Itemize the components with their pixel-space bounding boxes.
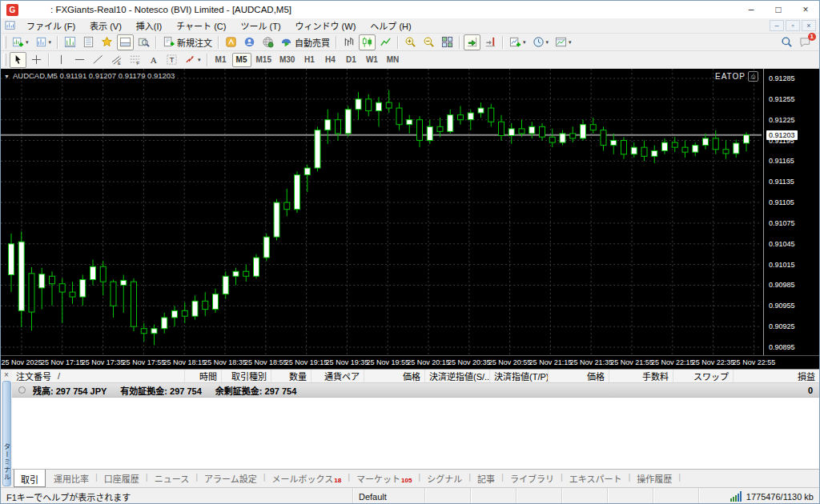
menu-tools[interactable]: ツール (T) <box>233 18 287 33</box>
data-window-button[interactable] <box>80 34 97 50</box>
status-connection[interactable]: 1775476/1130 kb <box>699 488 819 504</box>
tab-signals[interactable]: シグナル <box>420 470 468 487</box>
col-commission[interactable]: 手数料 <box>609 370 673 382</box>
ea-smiley-icon[interactable]: ☺ <box>748 71 758 82</box>
trendline-button[interactable] <box>90 52 107 68</box>
col-volume[interactable]: 数量 <box>271 370 312 382</box>
mdi-close-button[interactable]: × <box>802 20 816 31</box>
text-label-button[interactable]: T <box>163 52 180 68</box>
mdi-restore-button[interactable]: ▫ <box>786 20 800 31</box>
tab-news[interactable]: ニュース <box>148 470 195 487</box>
terminal-close-icon[interactable]: × <box>4 370 9 380</box>
chart-plot[interactable]: ▼AUDCAD,M5 0.91191 0.91207 0.91179 0.912… <box>1 69 763 355</box>
timeframe-w1-button[interactable]: W1 <box>362 53 381 67</box>
timeframe-m15-button[interactable]: M15 <box>253 53 275 67</box>
tab-mailbox[interactable]: メールボックス18 <box>266 470 348 487</box>
time-axis[interactable]: 25 Nov 202525 Nov 17:1525 Nov 17:3525 No… <box>1 355 819 369</box>
maximize-button[interactable]: □ <box>765 1 792 18</box>
metaeditor-button[interactable] <box>223 34 239 50</box>
menu-window[interactable]: ウィンドウ (W) <box>288 18 364 33</box>
vertical-line-button[interactable] <box>53 52 70 68</box>
menu-file[interactable]: ファイル (F) <box>19 18 82 33</box>
fibonacci-button[interactable]: F <box>127 52 143 68</box>
mdi-minimize-button[interactable]: – <box>770 20 784 31</box>
community-button[interactable] <box>241 34 258 50</box>
col-price-current[interactable]: 価格 <box>549 370 609 382</box>
candlestick-chart[interactable] <box>1 69 762 355</box>
line-chart-button[interactable] <box>377 34 394 50</box>
timeframe-h4-button[interactable]: H4 <box>320 53 340 67</box>
candlestick-chart-button[interactable] <box>359 34 376 50</box>
menu-help[interactable]: ヘルプ (H) <box>363 18 418 33</box>
zoom-in-button[interactable] <box>402 34 419 50</box>
indicators-button[interactable]: ▾ <box>507 34 529 50</box>
tab-alerts[interactable]: アラーム設定 <box>198 470 263 487</box>
text-button[interactable]: A <box>145 52 162 68</box>
status-profile[interactable]: Default <box>353 488 425 504</box>
timeframe-m30-button[interactable]: M30 <box>276 53 298 67</box>
tab-journal[interactable]: 操作履歴 <box>630 470 678 487</box>
timeframe-h1-button[interactable]: H1 <box>299 53 319 67</box>
terminal-button[interactable] <box>117 34 134 50</box>
orders-table-body[interactable] <box>12 398 819 469</box>
notifications-button[interactable]: 1 <box>797 34 814 50</box>
toolbar-grip[interactable] <box>3 36 6 49</box>
crosshair-button[interactable] <box>28 52 45 68</box>
equidistant-channel-button[interactable]: E <box>108 52 125 68</box>
dropdown-arrow-icon[interactable]: ▾ <box>523 39 526 46</box>
close-button[interactable]: × <box>792 1 819 18</box>
collapse-chart-icon[interactable]: ▼ <box>4 74 10 79</box>
sort-indicator-icon[interactable]: / <box>58 371 60 381</box>
templates-button[interactable]: ▾ <box>553 34 574 50</box>
profiles-button[interactable]: ▾ <box>33 34 54 50</box>
menu-view[interactable]: 表示 (V) <box>82 18 129 33</box>
bar-chart-button[interactable] <box>340 34 357 50</box>
dropdown-arrow-icon[interactable]: ▾ <box>198 57 201 63</box>
dropdown-arrow-icon[interactable]: ▾ <box>26 39 29 46</box>
tab-trade[interactable]: 取引 <box>14 470 46 487</box>
mql5-website-button[interactable] <box>259 34 276 50</box>
search-button[interactable] <box>778 34 795 50</box>
timeframe-mn-button[interactable]: MN <box>383 53 402 67</box>
tab-experts[interactable]: エキスパート <box>563 470 629 487</box>
tile-windows-button[interactable] <box>439 34 456 50</box>
timeframe-d1-button[interactable]: D1 <box>341 53 360 67</box>
col-time[interactable]: 時間 <box>185 370 222 382</box>
tab-exposure[interactable]: 運用比率 <box>47 470 95 487</box>
col-price-open[interactable]: 価格 <box>364 370 425 382</box>
col-swap[interactable]: スワップ <box>673 370 734 382</box>
timeframe-m5-button[interactable]: M5 <box>232 53 251 67</box>
auto-trading-button[interactable]: 自動売買 <box>278 34 332 50</box>
cursor-button[interactable] <box>10 52 26 68</box>
price-axis[interactable]: 0.912850.912550.912250.911950.911650.911… <box>763 69 819 355</box>
col-type[interactable]: 取引種別 <box>222 370 271 382</box>
menu-charts[interactable]: チャート (C) <box>169 18 233 33</box>
horizontal-line-button[interactable] <box>71 52 88 68</box>
dropdown-arrow-icon[interactable]: ▾ <box>49 39 52 46</box>
dropdown-arrow-icon[interactable]: ▾ <box>546 39 549 46</box>
auto-scroll-button[interactable] <box>464 34 480 50</box>
timeframe-m1-button[interactable]: M1 <box>211 53 231 67</box>
col-sl[interactable]: 決済逆指値(S/... <box>425 370 490 382</box>
col-symbol[interactable]: 通貨ペア <box>312 370 364 382</box>
minimize-button[interactable]: – <box>738 1 765 18</box>
chart-shift-button[interactable] <box>482 34 499 50</box>
new-chart-button[interactable]: ▾ <box>10 34 31 50</box>
new-order-button[interactable]: 新規注文 <box>160 34 215 50</box>
terminal-side-strip[interactable]: ターミナル <box>2 381 11 486</box>
tab-market[interactable]: マーケット105 <box>350 470 418 487</box>
toolbar-grip[interactable] <box>3 54 6 66</box>
col-order[interactable]: 注文番号/ <box>12 370 185 382</box>
tab-library[interactable]: ライブラリ <box>504 470 561 487</box>
col-profit[interactable]: 損益 <box>734 370 819 382</box>
arrows-button[interactable]: ▾ <box>182 52 203 68</box>
strategy-tester-button[interactable] <box>135 34 152 50</box>
zoom-out-button[interactable] <box>420 34 437 50</box>
market-watch-button[interactable] <box>62 34 78 50</box>
tab-account-history[interactable]: 口座履歴 <box>98 470 146 487</box>
navigator-button[interactable] <box>98 34 115 50</box>
tab-articles[interactable]: 記事 <box>471 470 501 487</box>
periods-button[interactable]: ▾ <box>530 34 552 50</box>
col-tp[interactable]: 決済指値(T/P) <box>490 370 549 382</box>
menu-insert[interactable]: 挿入(I) <box>129 18 169 33</box>
